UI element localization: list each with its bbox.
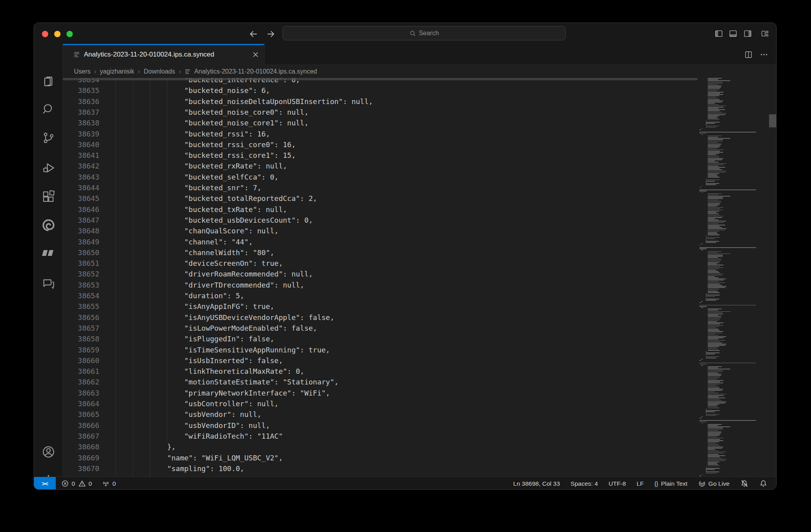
- radio-tower-icon: [102, 480, 110, 487]
- scrollbar-thumb[interactable]: [769, 114, 776, 127]
- toggle-primary-sidebar-icon[interactable]: [714, 29, 723, 38]
- minimap-line: [708, 227, 722, 228]
- breadcrumb-item-users[interactable]: Users: [74, 68, 91, 75]
- zoom-window-button[interactable]: [66, 31, 73, 37]
- minimap-line: [708, 148, 717, 149]
- comments-icon[interactable]: [42, 277, 55, 291]
- minimap-line: [708, 459, 726, 460]
- minimap-line: [706, 182, 707, 183]
- minimap-line: [708, 438, 724, 439]
- back-arrow-icon[interactable]: [249, 29, 258, 39]
- indent-guide: [167, 78, 167, 441]
- code-line: 38662 "motionStateEstimate": "Stationary…: [63, 377, 697, 388]
- remote-indicator[interactable]: ><: [34, 477, 56, 490]
- eol-sequence[interactable]: LF: [637, 480, 644, 487]
- minimap-line: [708, 388, 720, 388]
- minimap-line: [708, 312, 723, 313]
- line-number: 38648: [63, 225, 99, 236]
- breadcrumb-item-downloads[interactable]: Downloads: [144, 68, 175, 75]
- code-lines-area[interactable]: 38634 "bucketed_interference": 0,38635 "…: [63, 74, 697, 477]
- minimap-line: [699, 248, 707, 249]
- remote-icon: ><: [42, 480, 48, 487]
- code-line: 38663 "primaryNetworkInterface": "WiFi",: [63, 388, 697, 399]
- minimap-line: [708, 334, 715, 335]
- cursor-position[interactable]: Ln 38698, Col 33: [513, 480, 560, 487]
- minimap-line: [708, 228, 726, 229]
- line-number: 38654: [63, 290, 99, 301]
- code-line: 38637 "bucketed_noise_core0": null,: [63, 107, 697, 118]
- code-text: "usbController": null,: [99, 398, 279, 409]
- minimap-line: [708, 282, 725, 283]
- explorer-icon[interactable]: [42, 74, 55, 88]
- source-control-icon[interactable]: [42, 131, 55, 145]
- minimap-line: [708, 384, 719, 385]
- statusbar-right: Ln 38698, Col 33 Spaces: 4 UTF-8 LF {} P…: [513, 479, 777, 488]
- code-text: "motionStateEstimate": "Stationary",: [99, 377, 339, 387]
- minimap-line: [708, 169, 722, 170]
- breadcrumb-separator: ›: [138, 68, 140, 76]
- vertical-scrollbar[interactable]: [769, 78, 777, 477]
- problems-warnings[interactable]: 0: [78, 480, 92, 487]
- minimap-line: [708, 88, 720, 89]
- minimap[interactable]: [697, 78, 769, 477]
- close-window-button[interactable]: [42, 31, 48, 37]
- account-icon[interactable]: [42, 445, 55, 459]
- minimap-line: [706, 409, 707, 410]
- code-line: 38667 "wiFiRadioTech": "11AC": [63, 431, 697, 442]
- code-text: "name": "WiFi_LQM_USBC_V2",: [99, 452, 283, 463]
- breadcrumb-item-user-folder[interactable]: yagizhanisik: [100, 68, 134, 75]
- tab-analytics-file[interactable]: Analytics-2023-11-20-010024.ips.ca.synce…: [63, 44, 265, 65]
- toggle-secondary-sidebar-icon[interactable]: [743, 29, 752, 38]
- indentation[interactable]: Spaces: 4: [570, 480, 598, 487]
- extensions-icon[interactable]: [42, 190, 55, 204]
- more-actions-icon[interactable]: [760, 50, 768, 59]
- minimap-line: [708, 370, 723, 371]
- error-icon: [61, 480, 69, 487]
- line-number: 38655: [63, 301, 99, 312]
- language-mode[interactable]: {} Plain Text: [654, 480, 687, 487]
- run-debug-icon[interactable]: [42, 161, 55, 175]
- minimap-line: [708, 157, 720, 158]
- minimap-line: [708, 251, 722, 252]
- minimap-line: [706, 242, 716, 243]
- minimap-line: [708, 375, 721, 376]
- code-text: "bucketed_noiseDeltaUponUSBInsertion": n…: [99, 96, 373, 107]
- minimap-line: [708, 275, 722, 276]
- go-live[interactable]: Go Live: [698, 480, 730, 487]
- breadcrumb-item-file[interactable]: Analytics-2023-11-20-010024.ips.ca.synce…: [194, 68, 317, 75]
- split-editor-icon[interactable]: [745, 51, 752, 59]
- minimize-window-button[interactable]: [54, 31, 61, 37]
- minimap-line: [708, 218, 715, 219]
- command-center-search[interactable]: Search: [282, 26, 566, 40]
- code-text: "bucketed_noise_core1": null,: [99, 117, 309, 128]
- minimap-line: [708, 281, 718, 282]
- search-sidebar-icon[interactable]: [42, 102, 55, 116]
- code-text: "bucketed_usbDevicesCount": 0,: [99, 215, 313, 225]
- forward-arrow-icon[interactable]: [266, 29, 275, 39]
- problems-errors[interactable]: 0: [61, 480, 75, 487]
- notifications-bell-icon[interactable]: [759, 479, 767, 488]
- encoding[interactable]: UTF-8: [608, 480, 626, 487]
- line-number: 38665: [63, 409, 99, 420]
- line-number: 38670: [63, 463, 99, 474]
- toggle-panel-icon[interactable]: [729, 29, 737, 38]
- forwarded-ports[interactable]: 0: [102, 480, 116, 487]
- minimap-line: [708, 158, 723, 159]
- code-line: 38638 "bucketed_noise_core1": null,: [63, 117, 697, 129]
- line-number: 38653: [63, 280, 99, 290]
- bell-slash-icon[interactable]: [740, 479, 748, 488]
- minimap-line: [706, 469, 715, 470]
- tab-bar: Analytics-2023-11-20-010024.ips.ca.synce…: [63, 44, 777, 65]
- close-tab-icon[interactable]: [252, 51, 259, 58]
- minimap-line: [708, 103, 715, 104]
- flags-extension-icon[interactable]: [42, 247, 55, 261]
- language-label: Plain Text: [661, 480, 688, 487]
- activity-bar: [34, 44, 63, 477]
- minimap-line: [708, 396, 718, 397]
- customize-layout-icon[interactable]: [760, 29, 769, 38]
- spiral-extension-icon[interactable]: [42, 218, 55, 232]
- code-text: "bucketed_noise_core0": null,: [99, 107, 309, 117]
- minimap-line: [699, 302, 701, 303]
- code-line: 38652 "driverRoamRecommended": null,: [63, 269, 697, 280]
- minimap-line: [708, 321, 717, 322]
